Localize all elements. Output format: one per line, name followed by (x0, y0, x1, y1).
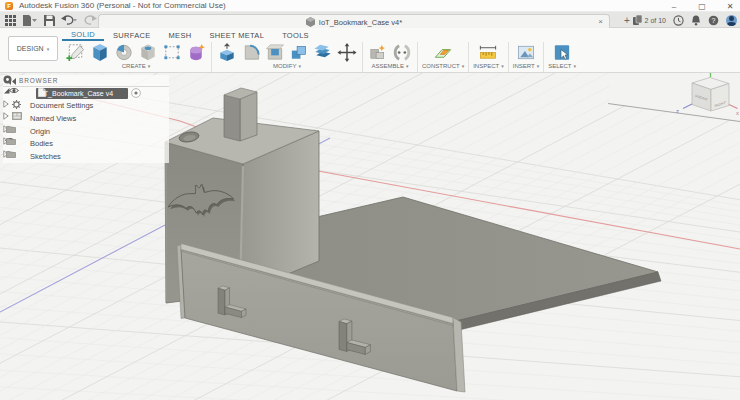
close-button[interactable]: ✕ (724, 1, 736, 11)
extrude-icon[interactable] (89, 42, 111, 63)
toolbar-separator (508, 42, 509, 72)
browser-header: BROWSER (3, 75, 169, 87)
activate-component-radio[interactable] (131, 88, 141, 98)
group-construct: CONSTRUCT▾ (419, 42, 467, 69)
fusion360-window: F Autodesk Fusion 360 (Personal - Not fo… (0, 0, 740, 400)
group-select: SELECT▾ (545, 42, 579, 69)
toolbar-separator (543, 42, 544, 72)
new-component-icon[interactable] (367, 42, 389, 63)
folder-icon (6, 150, 16, 158)
save-icon[interactable] (43, 13, 56, 27)
undo-icon[interactable] (60, 13, 79, 27)
user-avatar[interactable] (726, 15, 737, 26)
maximize-button[interactable]: ▢ (696, 1, 708, 11)
group-inspect: INSPECT▾ (470, 42, 507, 69)
revolve-icon[interactable] (113, 42, 135, 63)
tab-sheet-metal[interactable]: SHEET METAL (200, 31, 273, 41)
modify-group-label[interactable]: MODIFY▾ (273, 63, 301, 69)
job-status-clock-icon[interactable] (673, 15, 684, 26)
hole-icon[interactable] (137, 42, 159, 63)
window-title: Autodesk Fusion 360 (Personal - Not for … (19, 1, 226, 10)
x-axis-label: x (736, 110, 739, 116)
document-name: IoT_Bookmark_Case v4 (38, 90, 113, 97)
press-pull-icon[interactable] (216, 42, 238, 63)
construct-group-label[interactable]: CONSTRUCT▾ (422, 63, 464, 69)
document-tab[interactable]: IoT_Bookmark_Case v4* × (98, 14, 610, 29)
group-create: CREATE▾ (62, 42, 210, 69)
tree-item-label: Named Views (30, 114, 76, 123)
toolbar-separator (417, 42, 418, 72)
combine-icon[interactable] (288, 42, 310, 63)
tree-item-label: Bodies (30, 139, 53, 148)
toolbar-tabs: SOLID SURFACE MESH SHEET METAL TOOLS (62, 28, 740, 41)
tree-row-origin[interactable]: Origin (3, 125, 169, 138)
move-icon[interactable] (336, 42, 358, 63)
select-group-label[interactable]: SELECT▾ (548, 63, 576, 69)
title-bar: F Autodesk Fusion 360 (Personal - Not fo… (0, 0, 740, 12)
tree-row-bodies[interactable]: Bodies (3, 137, 169, 150)
browser-title: BROWSER (19, 77, 58, 84)
display-settings-icon[interactable] (3, 75, 12, 84)
tab-solid[interactable]: SOLID (62, 30, 104, 41)
tower-top-post[interactable] (224, 88, 257, 141)
document-tab-bar: IoT_Bookmark_Case v4* × + 2 of 10 ? (0, 12, 740, 28)
tree-item-label: Sketches (30, 152, 61, 161)
fillet-icon[interactable] (240, 42, 262, 63)
tower-left-edge-highlight (166, 145, 167, 301)
folder-icon (6, 125, 16, 133)
tree-row-document-settings[interactable]: Document Settings (3, 100, 169, 113)
toolbar-separator (211, 42, 212, 72)
file-menu-icon[interactable] (21, 13, 39, 27)
group-assemble: ASSEMBLE▾ (364, 42, 416, 69)
document-stack-icon (633, 15, 643, 25)
selected-document-row[interactable]: IoT_Bookmark_Case v4 (36, 88, 128, 99)
group-modify: MODIFY▾ (213, 42, 361, 69)
box-primitive-icon[interactable] (161, 42, 183, 63)
data-panel-grid-icon[interactable] (4, 13, 17, 27)
document-counter-text: 2 of 10 (645, 17, 666, 24)
create-form-icon[interactable] (185, 42, 207, 63)
tab-mesh[interactable]: MESH (160, 31, 201, 41)
tree-item-label: Origin (30, 127, 50, 136)
insert-group-label[interactable]: INSERT▾ (513, 63, 539, 69)
joint-icon[interactable] (391, 42, 413, 63)
tree-row-sketches[interactable]: Sketches (3, 150, 169, 163)
minimize-button[interactable]: – (668, 1, 680, 11)
viewport-canvas[interactable]: FRONT RIGHT x z BROWSER (0, 73, 740, 400)
tab-surface[interactable]: SURFACE (104, 31, 160, 41)
document-tab-title: IoT_Bookmark_Case v4* (319, 18, 402, 27)
visibility-eye-icon[interactable] (9, 87, 19, 94)
tree-row-named-views[interactable]: Named Views (3, 112, 169, 125)
tab-tools[interactable]: TOOLS (273, 31, 318, 41)
gear-icon (12, 100, 21, 109)
select-icon[interactable] (551, 42, 573, 63)
create-sketch-icon[interactable] (65, 42, 87, 63)
document-counter[interactable]: 2 of 10 (633, 15, 666, 25)
create-group-label[interactable]: CREATE▾ (122, 63, 150, 69)
browser-panel: BROWSER IoT_Bookmark_Case v4 (3, 75, 169, 163)
tree-item-label: Document Settings (30, 101, 93, 110)
group-insert: INSERT▾ (510, 42, 542, 69)
fusion-logo-icon: F (5, 2, 13, 10)
help-icon[interactable]: ? (708, 15, 719, 26)
measure-icon[interactable] (477, 42, 499, 63)
folder-icon (6, 137, 16, 145)
views-icon (12, 112, 22, 120)
toolbar-separator (362, 42, 363, 72)
tree-row-document[interactable]: IoT_Bookmark_Case v4 (3, 87, 169, 100)
document-icon (38, 88, 46, 97)
notifications-bell-icon[interactable] (691, 15, 701, 26)
svg-text:?: ? (712, 17, 716, 24)
document-tab-icon (306, 17, 315, 27)
construct-plane-icon[interactable] (432, 42, 454, 63)
offset-face-icon[interactable] (312, 42, 334, 63)
z-axis-label: z (676, 108, 679, 114)
assemble-group-label[interactable]: ASSEMBLE▾ (372, 63, 409, 69)
shell-icon[interactable] (264, 42, 286, 63)
chevron-down-icon: ▾ (47, 46, 50, 52)
toolbar-separator (468, 42, 469, 72)
inspect-group-label[interactable]: INSPECT▾ (473, 63, 504, 69)
tab-close-icon[interactable]: × (598, 17, 603, 27)
insert-image-icon[interactable] (515, 42, 537, 63)
workspace-selector[interactable]: DESIGN▾ (8, 36, 58, 61)
